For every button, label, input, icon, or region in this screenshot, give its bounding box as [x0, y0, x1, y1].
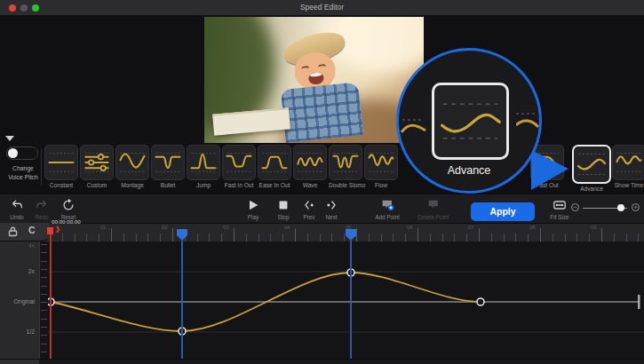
speed-editor-window: Speed Editor Change Voice Pitch Constant [0, 0, 644, 364]
redo-button[interactable]: Redo [27, 198, 57, 220]
speed-axis-label: 1/2 [27, 328, 35, 335]
add-point-button[interactable]: Add Point [368, 198, 407, 220]
flow-icon [364, 145, 398, 180]
divider [41, 148, 42, 186]
delete-point-icon [426, 198, 441, 212]
apply-button[interactable]: Apply [471, 202, 535, 221]
next-icon [324, 198, 338, 212]
next-button[interactable]: Next [316, 198, 346, 220]
preset-ease-in-out[interactable]: Ease In Out [258, 145, 291, 188]
toggle-knob [8, 148, 18, 158]
horizontal-scrollbar[interactable] [0, 359, 644, 364]
undo-icon [10, 198, 24, 212]
preset-jump[interactable]: Jump [187, 145, 220, 188]
preset-label: Show Time [612, 182, 644, 188]
speed-axis-label: Original [14, 298, 35, 305]
ruler-label: 07 [468, 225, 474, 230]
keyframe-line [181, 241, 183, 359]
preset-label: Advance [572, 186, 611, 192]
preset-flow[interactable]: Flow [364, 145, 398, 188]
preset-advance[interactable]: Advance [572, 145, 611, 192]
ruler-label: 03 [223, 225, 229, 230]
preset-label: Constant [44, 182, 78, 188]
playhead-handle[interactable] [47, 227, 53, 234]
stop-icon [276, 198, 290, 212]
collapse-panel-triangle-icon[interactable] [5, 136, 14, 141]
preset-fast-in-out[interactable]: Fast In Out [222, 145, 256, 188]
video-preview [204, 17, 424, 143]
magnified-neighbor-tile-fragment [516, 109, 539, 136]
lock-icon[interactable] [7, 226, 19, 237]
speed-curve-editor[interactable]: 4x2xOriginal1/2 [0, 241, 644, 359]
preset-wave[interactable]: Wave [293, 145, 327, 188]
advance-icon [572, 145, 611, 184]
magnified-advance-tile [432, 83, 509, 160]
zoom-out-button[interactable]: − [571, 203, 579, 211]
curve-point[interactable] [477, 298, 484, 305]
preset-montage[interactable]: Montage [115, 145, 149, 188]
ruler-label: 06 [407, 225, 413, 230]
speed-axis-label: 4x [28, 242, 35, 249]
fit-size-slider-knob[interactable] [617, 204, 624, 211]
preset-label: Ease In Out [258, 182, 291, 188]
magnifier-pointer-triangle [531, 150, 568, 190]
preset-show-time[interactable]: Show Time [612, 145, 644, 188]
preset-label: Jump [187, 182, 220, 188]
preset-bullet[interactable]: Bullet [151, 145, 185, 188]
montage-icon [115, 145, 149, 180]
fast-in-out-icon [222, 145, 256, 180]
reset-icon [61, 198, 76, 212]
magnified-neighbor-tile-fragment [401, 115, 427, 141]
child-teeth [310, 72, 322, 76]
speed-curve-canvas[interactable] [48, 241, 644, 359]
preset-label: Flow [364, 182, 398, 188]
ruler-label: 08 [529, 225, 536, 230]
playhead-chevron-icon: ❯ [55, 226, 60, 233]
title-bar: Speed Editor [0, 0, 644, 16]
toolbar: Undo Redo Reset Play Stop Prev Next [0, 194, 644, 224]
zoom-in-button[interactable]: + [632, 203, 640, 211]
ruler-label: 04 [284, 225, 290, 230]
playhead-line [50, 233, 52, 359]
child-plaid-shirt [281, 82, 364, 143]
preset-label: Fast In Out [222, 182, 256, 188]
wave-icon [293, 145, 327, 180]
child-mouth [308, 72, 324, 85]
double-slomo-icon [329, 145, 362, 180]
voice-pitch-label-line2: Voice Pitch [0, 174, 46, 180]
preset-label: Double Slomo [329, 182, 362, 188]
fit-size-button[interactable]: Fit Size [545, 198, 575, 220]
timeline-tools: C [0, 223, 50, 241]
preset-double-slomo[interactable]: Double Slomo [329, 145, 362, 188]
ease-in-out-icon [258, 145, 291, 180]
play-icon [246, 198, 260, 212]
play-button[interactable]: Play [238, 198, 268, 220]
curve-tool-icon[interactable]: C [28, 225, 36, 235]
ruler-label: 02 [162, 225, 168, 230]
jump-icon [187, 145, 220, 180]
timeline-ruler[interactable]: 010203040506070809 C 00:00:00.00 [0, 224, 644, 241]
window-title: Speed Editor [0, 0, 644, 15]
preset-custom[interactable]: Custom [80, 145, 114, 188]
speed-axis: 4x2xOriginal1/2 [0, 241, 40, 359]
preset-label: Bullet [151, 182, 185, 188]
advance-curve-icon [442, 115, 500, 131]
bullet-icon [151, 145, 185, 180]
video-subject-child [275, 28, 394, 143]
add-point-icon [380, 198, 394, 212]
magnifier-circle: Advance [396, 48, 542, 194]
reset-button[interactable]: Reset [53, 198, 83, 220]
scrollbar-corner [0, 360, 39, 364]
voice-pitch-toggle[interactable] [6, 146, 38, 160]
delete-point-button[interactable]: Delete Point [412, 198, 455, 220]
preset-label: Custom [80, 182, 114, 188]
child-eye [318, 64, 327, 71]
playhead-timecode: 00:00:00.00 [52, 218, 81, 225]
child-eye [301, 66, 310, 73]
voice-pitch-label-line1: Change [0, 165, 46, 171]
preset-label: Montage [115, 182, 149, 188]
preset-constant[interactable]: Constant [44, 145, 78, 188]
ruler-label: 09 [591, 225, 597, 230]
keyframe-line [350, 241, 352, 359]
redo-icon [35, 198, 49, 212]
